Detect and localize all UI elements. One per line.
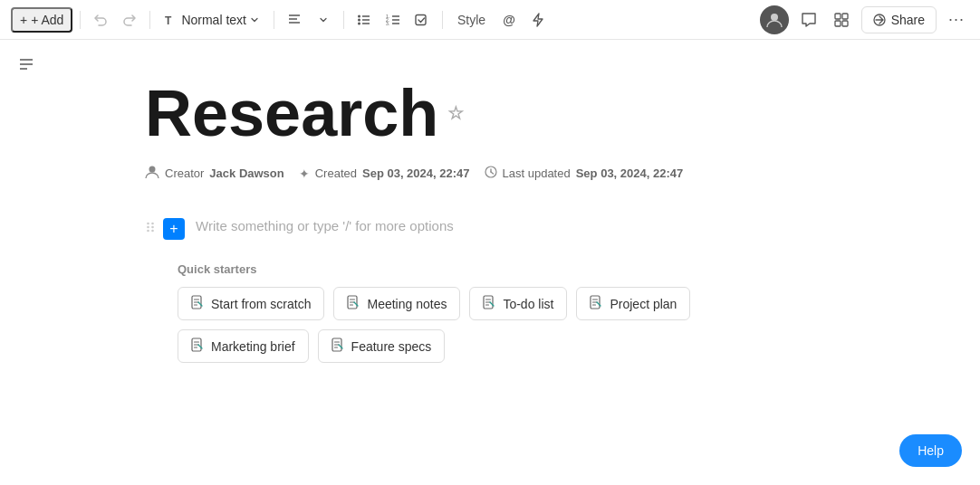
- meta-row: Creator Jack Dawson ✦ Created Sep 03, 20…: [145, 165, 779, 182]
- svg-point-6: [358, 22, 360, 24]
- style-label: Style: [457, 13, 485, 27]
- align-dropdown-button[interactable]: [311, 7, 336, 33]
- starter-marketing-label: Marketing brief: [211, 339, 295, 354]
- editor-placeholder[interactable]: Write something or type '/' for more opt…: [192, 211, 779, 241]
- starter-marketing[interactable]: Marketing brief: [178, 329, 309, 363]
- sparkle-icon: ✦: [299, 166, 310, 181]
- starter-scratch-label: Start from scratch: [211, 297, 311, 311]
- page-title-row: Research ☆: [145, 76, 779, 150]
- starter-meeting-icon: [347, 295, 360, 312]
- starter-meeting-label: Meeting notes: [367, 297, 447, 311]
- svg-rect-16: [416, 14, 426, 24]
- main-content: Research ☆ Creator Jack Dawson ✦ Created…: [0, 40, 779, 408]
- svg-point-30: [147, 223, 149, 225]
- updated-label: Last updated: [503, 166, 571, 180]
- divider-3: [274, 11, 274, 29]
- creator-label: Creator: [165, 166, 204, 180]
- svg-point-17: [771, 14, 778, 21]
- favorite-icon[interactable]: ☆: [447, 102, 464, 124]
- starter-project-icon: [590, 295, 602, 312]
- align-button[interactable]: [282, 7, 307, 33]
- svg-rect-20: [835, 21, 841, 26]
- share-button[interactable]: Share: [861, 6, 937, 33]
- starter-todo[interactable]: To-do list: [469, 287, 567, 320]
- text-format-label: Normal text: [181, 13, 246, 27]
- divider-1: [80, 11, 81, 29]
- style-button[interactable]: Style: [450, 7, 493, 33]
- creator-avatar-icon: [145, 165, 159, 182]
- help-button[interactable]: Help: [899, 434, 962, 467]
- starter-feature[interactable]: Feature specs: [318, 329, 446, 363]
- lightning-button[interactable]: [525, 7, 551, 33]
- creator-meta: Creator Jack Dawson: [145, 165, 284, 182]
- svg-rect-21: [842, 21, 848, 26]
- svg-point-31: [151, 223, 154, 225]
- divider-4: [343, 11, 344, 29]
- updated-date: Sep 03, 2024, 22:47: [576, 166, 684, 180]
- collab-button[interactable]: [829, 7, 854, 33]
- share-label: Share: [891, 13, 925, 27]
- add-button[interactable]: + + Add: [11, 7, 72, 33]
- svg-point-4: [358, 14, 360, 17]
- starters-row-2: Marketing brief Feature specs: [178, 329, 779, 363]
- svg-line-29: [491, 172, 494, 174]
- svg-text:T: T: [165, 14, 172, 26]
- mention-button[interactable]: @: [496, 7, 522, 33]
- svg-point-33: [151, 226, 154, 229]
- divider-5: [442, 11, 443, 29]
- sidebar-toggle[interactable]: [14, 54, 38, 80]
- starter-marketing-icon: [191, 338, 204, 355]
- editor-area: + Write something or type '/' for more o…: [145, 211, 779, 241]
- ordered-list-button[interactable]: 1.2.3.: [380, 7, 406, 33]
- svg-text:3.: 3.: [386, 21, 389, 26]
- starter-feature-label: Feature specs: [351, 339, 432, 354]
- starter-project[interactable]: Project plan: [576, 287, 690, 320]
- starter-meeting[interactable]: Meeting notes: [333, 287, 460, 320]
- add-icon: +: [20, 13, 27, 27]
- add-block-button[interactable]: +: [163, 218, 185, 240]
- starter-todo-icon: [483, 295, 495, 312]
- redo-button[interactable]: [117, 7, 142, 33]
- svg-point-32: [147, 226, 149, 229]
- starter-scratch-icon: [191, 295, 204, 312]
- svg-point-35: [151, 230, 154, 233]
- starter-feature-icon: [331, 338, 344, 355]
- created-date: Sep 03, 2024, 22:47: [362, 166, 470, 180]
- text-format-button[interactable]: T Normal text: [158, 9, 266, 31]
- svg-rect-18: [835, 14, 841, 19]
- created-label: Created: [315, 166, 357, 180]
- clock-icon: [485, 166, 497, 181]
- starter-project-label: Project plan: [610, 297, 677, 311]
- toolbar-right: Share ···: [760, 5, 969, 34]
- comment-button[interactable]: [796, 7, 821, 33]
- svg-point-34: [147, 230, 149, 233]
- bullet-list-button[interactable]: [351, 7, 377, 33]
- toolbar: + + Add T Normal text 1.2.3. Style @: [0, 0, 980, 40]
- quick-starters-section: Quick starters Start from scratch Meetin…: [178, 262, 779, 363]
- avatar[interactable]: [760, 5, 789, 34]
- quick-starters-label: Quick starters: [178, 262, 779, 276]
- divider-2: [149, 11, 150, 29]
- more-button[interactable]: ···: [944, 7, 969, 33]
- undo-button[interactable]: [88, 7, 113, 33]
- add-label: + Add: [31, 13, 63, 27]
- starter-scratch[interactable]: Start from scratch: [178, 287, 324, 320]
- created-meta: ✦ Created Sep 03, 2024, 22:47: [299, 166, 470, 181]
- svg-point-5: [358, 18, 360, 21]
- svg-rect-19: [842, 14, 848, 19]
- starter-todo-label: To-do list: [503, 297, 553, 311]
- svg-point-26: [149, 166, 156, 173]
- drag-handle[interactable]: [145, 211, 156, 234]
- checklist-button[interactable]: [409, 7, 435, 33]
- creator-name: Jack Dawson: [209, 166, 283, 180]
- page-title: Research: [145, 76, 438, 150]
- starters-row-1: Start from scratch Meeting notes To-do l…: [178, 287, 779, 320]
- updated-meta: Last updated Sep 03, 2024, 22:47: [485, 166, 684, 181]
